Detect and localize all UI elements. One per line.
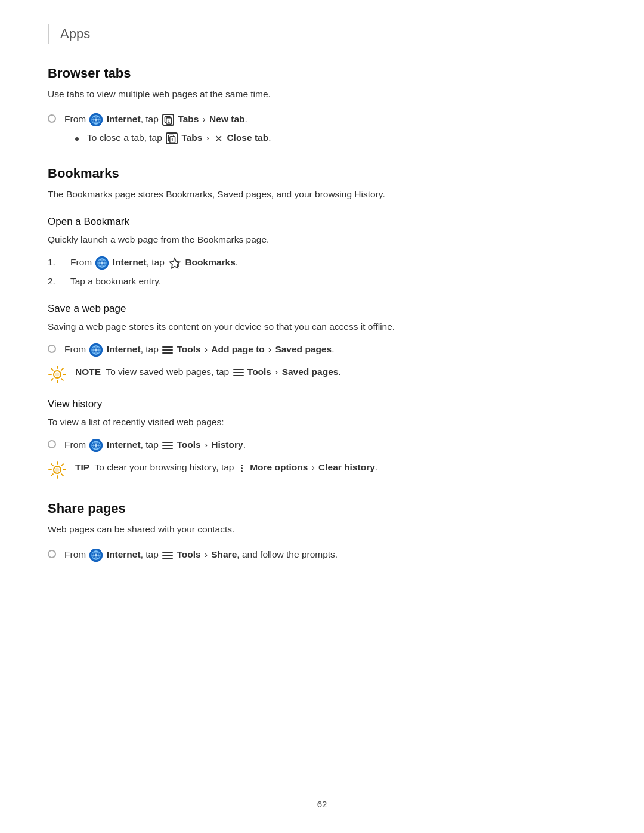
tools-note-label: Tools (247, 367, 271, 377)
save-webpage-desc: Saving a web page stores its content on … (48, 320, 596, 334)
tools-share-label: Tools (177, 549, 200, 559)
more-options-label: More options (250, 462, 308, 472)
browser-tabs-desc: Use tabs to view multiple web pages at t… (48, 87, 596, 101)
sub-bullet-item: To close a tab, tap 1 Tabs › ✕ Close tab… (64, 132, 596, 144)
note-text-save: NOTE To view saved web pages, tap Tools … (75, 365, 341, 379)
section-bookmarks: Bookmarks The Bookmarks page stores Book… (48, 166, 596, 479)
step-text: From Internet, tap Bookmarks. (70, 255, 238, 270)
history-bullets: From Internet, tap Tools › History. (48, 438, 596, 452)
saved-pages-label: Saved pages (275, 344, 332, 354)
tip-block-history: TIP To clear your browsing history, tap … (48, 460, 596, 479)
list-item: 1. From Internet, tap Bookmarks. (48, 255, 596, 270)
bookmarks-icon (168, 256, 181, 270)
clear-history-label: Clear history (318, 462, 375, 472)
svg-point-53 (55, 468, 60, 472)
svg-line-34 (61, 379, 63, 380)
save-page-bullets: From Internet, tap Tools › Add page to ›… (48, 342, 596, 357)
share-pages-desc: Web pages can be shared with your contac… (48, 522, 596, 537)
svg-point-27 (95, 349, 97, 351)
internet-icon-share (89, 549, 103, 562)
tools-hist-label: Tools (177, 439, 200, 450)
bookmarks-title: Bookmarks (48, 166, 596, 181)
svg-line-52 (51, 474, 53, 476)
bullet-circle-icon (48, 114, 56, 123)
tools-icon-share (162, 550, 173, 561)
subsection-view-history: View history (48, 398, 596, 410)
bullet-dot-icon (75, 137, 79, 141)
list-item: 2. Tap a bookmark entry. (48, 274, 596, 289)
internet-icon-save (89, 343, 103, 357)
internet-icon (89, 113, 103, 126)
internet-label-hist: Internet (107, 439, 141, 450)
add-page-to-label: Add page to (211, 344, 265, 354)
svg-point-5 (95, 119, 97, 121)
close-tab-label: Close tab (227, 132, 268, 143)
internet-label-save: Internet (107, 344, 141, 354)
tabs-icon-2: 1 (166, 132, 178, 144)
close-x-icon: ✕ (215, 134, 222, 144)
share-pages-title: Share pages (48, 501, 596, 516)
section-browser-tabs: Browser tabs Use tabs to view multiple w… (48, 66, 596, 144)
step-text-2: Tap a bookmark entry. (70, 274, 161, 289)
list-item: From Internet, tap 1 Tabs › New t (48, 112, 596, 126)
list-item: From Internet, tap Tools › History. (48, 438, 596, 452)
internet-label: Internet (107, 114, 141, 124)
note-label: NOTE (75, 367, 101, 377)
arrow-note: › (275, 367, 278, 377)
tabs-label-2: Tabs (181, 132, 202, 143)
subsection-save-webpage: Save a web page (48, 303, 596, 315)
arrow-icon: › (203, 114, 206, 124)
browser-tabs-title: Browser tabs (48, 66, 596, 81)
svg-text:1: 1 (168, 119, 170, 123)
bullet-circle-icon (48, 345, 56, 353)
svg-line-51 (61, 464, 63, 466)
note-block-save: NOTE To view saved web pages, tap Tools … (48, 365, 596, 384)
subsection-open-bookmark: Open a Bookmark (48, 216, 596, 228)
history-label: History (211, 439, 243, 450)
bullet-text: From Internet, tap Tools › Share, and fo… (64, 547, 338, 562)
bookmarks-desc: The Bookmarks page stores Bookmarks, Sav… (48, 187, 596, 202)
internet-icon-hist (89, 439, 103, 452)
page-header: Apps (48, 24, 596, 44)
svg-line-35 (61, 368, 63, 370)
tip-text-history: TIP To clear your browsing history, tap … (75, 460, 377, 475)
open-bookmark-steps: 1. From Internet, tap Bookmarks. (48, 255, 596, 289)
page-footer: 62 (0, 799, 644, 809)
more-options-icon (238, 463, 246, 473)
bullet-text: From Internet, tap 1 Tabs › New t (64, 112, 247, 126)
svg-point-43 (95, 444, 97, 447)
step-number-2: 2. (48, 274, 70, 289)
share-label: Share (211, 549, 237, 559)
arrow-2: › (206, 132, 209, 143)
arrow-save: › (205, 344, 208, 354)
tip-sun-icon (48, 460, 67, 479)
internet-label-bm: Internet (113, 257, 147, 267)
page-title: Apps (60, 24, 90, 44)
tabs-icon: 1 (162, 114, 174, 126)
arrow-share: › (205, 549, 208, 559)
svg-line-50 (61, 474, 63, 476)
bullet-text: From Internet, tap Tools › Add page to ›… (64, 342, 335, 357)
svg-marker-18 (170, 258, 180, 268)
bullet-circle-icon (48, 550, 56, 558)
svg-line-33 (51, 368, 53, 370)
section-share-pages: Share pages Web pages can be shared with… (48, 501, 596, 562)
tools-icon-hist (162, 440, 173, 451)
page-container: Apps Browser tabs Use tabs to view multi… (0, 0, 644, 615)
arrow-save-2: › (268, 344, 271, 354)
header-bar (48, 24, 49, 44)
list-item: From Internet, tap Tools › Add page to ›… (48, 342, 596, 357)
internet-icon-bm (95, 256, 109, 270)
internet-label-share: Internet (107, 549, 141, 559)
tools-icon-save (162, 345, 173, 355)
open-bookmark-desc: Quickly launch a web page from the Bookm… (48, 233, 596, 247)
svg-line-36 (51, 379, 53, 380)
svg-point-17 (101, 262, 103, 264)
saved-pages-note-label: Saved pages (282, 367, 339, 377)
svg-line-49 (51, 464, 53, 466)
browser-tabs-bullets: From Internet, tap 1 Tabs › New t (48, 112, 596, 126)
sub-bullet-text: To close a tab, tap 1 Tabs › ✕ Close tab… (87, 132, 271, 144)
tabs-label: Tabs (178, 114, 199, 124)
tip-label: TIP (75, 462, 89, 472)
arrow-hist: › (205, 439, 208, 450)
